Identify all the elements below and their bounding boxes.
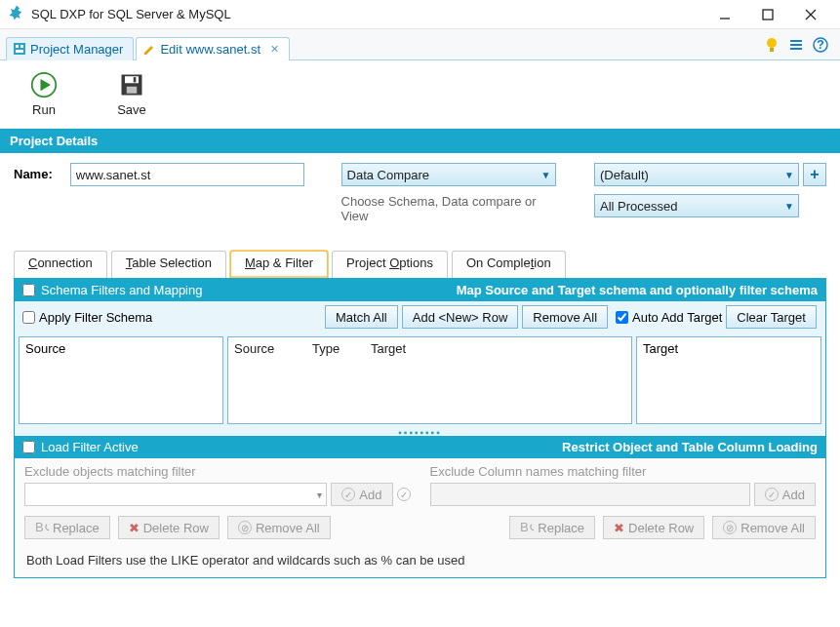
tab-edit-project-label: Edit www.sanet.st: [160, 42, 260, 57]
tab-connection[interactable]: Connection: [14, 251, 107, 278]
maximize-button[interactable]: [746, 1, 789, 28]
tab-project-manager[interactable]: Project Manager: [6, 37, 134, 60]
replace-column-button[interactable]: B↺ Replace: [509, 516, 595, 539]
inner-tabs: Connection Table Selection Map & Filter …: [0, 233, 840, 278]
tab-on-completion[interactable]: On Completion: [452, 251, 566, 278]
replace-icon: B↺: [520, 521, 534, 534]
profile-combo[interactable]: (Default) ▼: [594, 163, 799, 186]
load-filter-header: Load Filter Active Restrict Object and T…: [15, 436, 825, 458]
delete-column-row-button[interactable]: ✖ Delete Row: [603, 516, 704, 539]
exclude-columns-label: Exclude Column names matching filter: [430, 464, 817, 479]
clear-target-button[interactable]: Clear Target: [726, 305, 817, 329]
project-manager-icon: [13, 42, 26, 56]
remove-icon: ⊘: [238, 521, 252, 534]
help-icon[interactable]: ?: [813, 37, 828, 53]
delete-icon: ✖: [129, 521, 140, 535]
minimize-button[interactable]: [703, 1, 746, 28]
edit-icon: [142, 42, 156, 56]
add-column-filter-button[interactable]: ✓ Add: [754, 483, 816, 506]
load-filter-footnote: Both Load Filters use the LIKE operator …: [15, 545, 825, 577]
apply-icon[interactable]: ✓: [397, 488, 411, 501]
check-icon: ✓: [341, 488, 355, 501]
chevron-down-icon: ▼: [784, 170, 794, 180]
tab-edit-project[interactable]: Edit www.sanet.st ✕: [136, 37, 290, 60]
window-title: SQL DXP for SQL Server & MySQL: [31, 7, 231, 21]
source-schema-list[interactable]: Source: [19, 336, 223, 424]
remove-all-columns-button[interactable]: ⊘ Remove All: [712, 516, 816, 539]
remove-all-button[interactable]: Remove All: [522, 305, 608, 329]
delete-object-row-button[interactable]: ✖ Delete Row: [118, 516, 220, 539]
menu-icon[interactable]: [788, 37, 804, 53]
load-filter-buttons: B↺ Replace ✖ Delete Row ⊘ Remove All B↺ …: [15, 510, 825, 545]
schema-filters-subtitle: Map Source and Target schema and optiona…: [457, 283, 818, 297]
add-object-filter-button[interactable]: ✓ Add: [331, 483, 392, 506]
tab-close-icon[interactable]: ✕: [270, 43, 279, 56]
processed-value: All Processed: [600, 199, 677, 214]
apply-filter-schema-checkbox[interactable]: [22, 311, 35, 324]
top-tab-row: Project Manager Edit www.sanet.st ✕ ?: [0, 29, 840, 60]
add-new-row-button[interactable]: Add <New> Row: [402, 305, 519, 329]
column-target: Target: [371, 341, 406, 356]
profile-value: (Default): [600, 168, 649, 182]
tab-table-selection[interactable]: Table Selection: [111, 251, 226, 278]
tips-icon[interactable]: [764, 37, 780, 53]
run-label: Run: [32, 102, 56, 117]
tab-project-manager-label: Project Manager: [30, 42, 123, 57]
chevron-down-icon: ▾: [317, 490, 322, 500]
target-schema-list[interactable]: Target: [636, 336, 821, 424]
auto-add-target-checkbox[interactable]: [616, 311, 628, 324]
tab-project-options[interactable]: Project Options: [332, 251, 448, 278]
svg-rect-6: [20, 45, 23, 48]
load-filter-grid: Exclude objects matching filter ▾ ✓ Add …: [15, 458, 825, 510]
chevron-down-icon: ▼: [541, 170, 551, 180]
remove-all-objects-button[interactable]: ⊘ Remove All: [227, 516, 331, 539]
close-button[interactable]: [789, 1, 832, 28]
svg-rect-18: [125, 76, 139, 83]
app-icon: [8, 4, 25, 24]
add-profile-button[interactable]: +: [803, 163, 826, 186]
svg-rect-5: [16, 45, 19, 48]
exclude-columns-input[interactable]: [430, 483, 750, 506]
schema-filters-title: Schema Filters and Mapping: [41, 283, 202, 297]
delete-icon: ✖: [614, 521, 624, 535]
save-button[interactable]: Save: [107, 71, 156, 117]
apply-filter-schema-label: Apply Filter Schema: [39, 310, 152, 325]
mapping-list[interactable]: Source Type Target: [227, 336, 632, 424]
map-filter-panel: Schema Filters and Mapping Map Source an…: [14, 278, 826, 578]
save-label: Save: [117, 102, 146, 117]
exclude-objects-combo[interactable]: ▾: [24, 483, 327, 506]
project-properties-row: Name: Data Compare ▼ Choose Schema, Data…: [0, 153, 840, 233]
svg-rect-4: [14, 43, 25, 55]
column-target2: Target: [643, 341, 815, 356]
column-source: Source: [25, 341, 217, 356]
tab-map-filter[interactable]: Map & Filter: [230, 251, 328, 278]
load-filter-subtitle: Restrict Object and Table Column Loading: [562, 440, 818, 454]
name-input[interactable]: [70, 163, 304, 186]
titlebar: SQL DXP for SQL Server & MySQL: [0, 0, 840, 29]
check-icon: ✓: [765, 488, 779, 501]
schema-filters-checkbox[interactable]: [22, 284, 35, 296]
chevron-down-icon: ▼: [784, 201, 794, 212]
horizontal-splitter[interactable]: ▪▪▪▪▪▪▪▪: [15, 428, 825, 436]
remove-icon: ⊘: [723, 521, 737, 534]
svg-rect-19: [127, 87, 138, 94]
compare-type-combo[interactable]: Data Compare ▼: [341, 163, 556, 186]
replace-object-button[interactable]: B↺ Replace: [24, 516, 110, 539]
run-button[interactable]: Run: [20, 71, 68, 117]
schema-filters-header: Schema Filters and Mapping Map Source an…: [15, 279, 825, 301]
svg-rect-7: [16, 50, 23, 53]
toolbar: Run Save: [0, 60, 840, 129]
svg-text:?: ?: [817, 37, 824, 52]
schema-filters-toolbar: Apply Filter Schema Match All Add <New> …: [15, 301, 825, 333]
load-filter-title: Load Filter Active: [41, 440, 139, 454]
load-filter-active-checkbox[interactable]: [22, 441, 35, 453]
exclude-objects-label: Exclude objects matching filter: [24, 464, 411, 479]
svg-rect-1: [763, 10, 773, 20]
column-type: Type: [312, 341, 361, 356]
svg-marker-16: [41, 79, 52, 91]
auto-add-target-label: Auto Add Target: [632, 310, 722, 325]
compare-type-value: Data Compare: [347, 168, 430, 182]
processed-combo[interactable]: All Processed ▼: [594, 194, 799, 217]
match-all-button[interactable]: Match All: [325, 305, 398, 329]
svg-rect-9: [770, 48, 774, 52]
